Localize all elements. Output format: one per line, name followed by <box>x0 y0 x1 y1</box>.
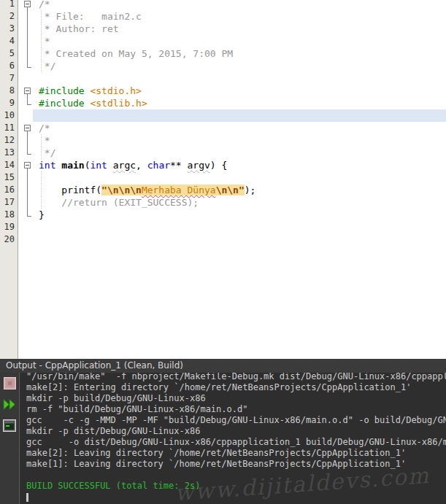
line-number: 2 <box>0 10 15 23</box>
code-segment-plain: ); <box>245 185 256 195</box>
code-segment-comment: /* <box>39 123 50 133</box>
console-line: rm -f "build/Debug/GNU-Linux-x86/main.o.… <box>26 404 247 415</box>
code-segment-wavy: argc <box>113 160 136 171</box>
code-line: 11/* <box>0 122 446 134</box>
code-segment-comment: //return (EXIT_SUCCESS); <box>39 197 199 208</box>
fold-connector <box>27 10 28 23</box>
code-text: * <box>39 35 50 47</box>
netbeans-window: 1/*2 * File: main2.c3 * Author: ret4 *5 … <box>0 0 446 504</box>
fold-connector <box>27 134 28 147</box>
code-text: int main(int argc, char** argv) { <box>39 159 227 171</box>
line-number: 7 <box>0 72 15 85</box>
code-line: 17 //return (EXIT_SUCCESS); <box>0 196 446 209</box>
code-segment-comment: * Author: ret <box>39 23 119 34</box>
line-number: 17 <box>0 196 15 209</box>
code-segment-bold: main <box>61 160 84 171</box>
line-number: 11 <box>0 122 15 134</box>
output-panel-header[interactable]: Output - CppApplication_1 (Clean, Build) <box>0 359 446 373</box>
fold-connector-foot <box>27 154 31 155</box>
fold-toggle-icon[interactable] <box>24 162 31 168</box>
line-number: 13 <box>0 147 15 159</box>
code-line: 15 <box>0 171 446 184</box>
code-line: 7 <box>0 72 446 85</box>
code-line: 16 printf("\n\n\nMerhaba Dünya\n\n"); <box>0 184 446 196</box>
code-segment-directive: #include <box>39 85 90 96</box>
line-number: 6 <box>0 60 15 72</box>
fold-toggle-icon[interactable] <box>24 125 31 131</box>
code-line: 14int main(int argc, char** argv) { <box>0 159 446 171</box>
code-segment-comment: /* <box>39 0 50 9</box>
line-number: 15 <box>0 171 15 184</box>
code-text: #include <stdio.h> <box>39 85 142 97</box>
code-text: /* <box>39 122 50 134</box>
console-line: gcc -o dist/Debug/GNU-Linux-x86/cppappli… <box>26 437 446 448</box>
terminal-button[interactable] <box>3 420 17 433</box>
code-segment-comment: * Created on May 5, 2015, 7:00 PM <box>39 48 233 59</box>
code-text: #include <stdlib.h> <box>39 97 147 109</box>
output-panel-title: Output - CppApplication_1 (Clean, Build) <box>6 360 183 371</box>
fold-guide-line <box>41 171 42 184</box>
stop-button[interactable] <box>3 378 17 390</box>
code-text: * File: main2.c <box>39 10 142 23</box>
rerun-button[interactable] <box>3 399 17 411</box>
code-line: 3 * Author: ret <box>0 23 446 35</box>
console-line: make[1]: Leaving directory `/home/ret/Ne… <box>26 459 406 470</box>
code-line: 19 <box>0 221 446 233</box>
console-caret <box>26 493 28 502</box>
fold-connector <box>27 171 28 184</box>
code-text: * <box>39 134 50 147</box>
code-editor[interactable]: 1/*2 * File: main2.c3 * Author: ret4 *5 … <box>0 0 446 359</box>
line-number: 18 <box>0 209 15 221</box>
fold-connector <box>27 147 28 154</box>
code-line: 6 */ <box>0 60 446 72</box>
code-segment-keyword: int <box>39 160 55 171</box>
code-text: } <box>39 209 45 221</box>
line-number: 8 <box>0 85 15 97</box>
code-segment-str-esc: "\n\n\n <box>101 185 142 195</box>
fold-connector <box>27 23 28 35</box>
console-line: make[2]: Entering directory `/home/ret/N… <box>26 382 411 393</box>
code-segment-str-word: Merhaba Dünya <box>142 185 216 195</box>
code-line: 9#include <stdlib.h> <box>0 97 446 109</box>
code-line: 20 <box>0 233 446 246</box>
fold-connector-foot <box>27 104 31 105</box>
code-line: 5 * Created on May 5, 2015, 7:00 PM <box>0 47 446 60</box>
build-console[interactable]: "/usr/bin/make" -f nbproject/Makefile-De… <box>20 373 446 504</box>
code-segment-plain: ** <box>170 160 187 171</box>
code-segment-plain: , <box>136 160 147 171</box>
code-text: printf("\n\n\nMerhaba Dünya\n\n"); <box>39 184 255 196</box>
code-segment-str-esc: \n\n" <box>216 185 245 195</box>
code-segment-directive: #include <box>39 98 90 109</box>
code-segment-plain <box>107 160 113 171</box>
terminal-icon <box>3 419 16 434</box>
code-segment-comment: * <box>39 36 50 47</box>
code-segment-plain: ) { <box>210 160 227 171</box>
fold-connector-foot <box>27 216 31 217</box>
code-line: 1/* <box>0 0 446 10</box>
code-segment-comment: */ <box>39 147 55 158</box>
console-line: mkdir -p dist/Debug/GNU-Linux-x86 <box>26 426 200 437</box>
fold-toggle-icon[interactable] <box>24 88 31 94</box>
code-segment-plain: } <box>39 209 45 220</box>
output-body: "/usr/bin/make" -f nbproject/Makefile-De… <box>0 373 446 504</box>
code-segment-comment: * File: main2.c <box>39 11 142 22</box>
code-line: 8#include <stdio.h> <box>0 85 446 97</box>
console-line: mkdir -p build/Debug/GNU-Linux-x86 <box>26 393 206 404</box>
build-status-line: BUILD SUCCESSFUL (total time: 2s) <box>26 481 200 492</box>
stop-icon <box>4 377 16 392</box>
fold-connector <box>27 97 28 104</box>
code-segment-keyword: int <box>90 160 107 171</box>
fold-connector <box>27 60 28 67</box>
caret-line-highlight <box>33 109 446 122</box>
console-line <box>26 492 28 503</box>
code-line: 13 */ <box>0 147 446 159</box>
line-number: 12 <box>0 134 15 147</box>
rerun-icon <box>3 399 16 412</box>
output-panel: Output - CppApplication_1 (Clean, Build)… <box>0 359 446 504</box>
line-number: 9 <box>0 97 15 109</box>
line-number: 14 <box>0 159 15 171</box>
line-number: 19 <box>0 221 15 233</box>
fold-toggle-icon[interactable] <box>24 1 31 7</box>
code-text: /* <box>39 0 50 10</box>
code-segment-plain: printf( <box>39 185 101 195</box>
